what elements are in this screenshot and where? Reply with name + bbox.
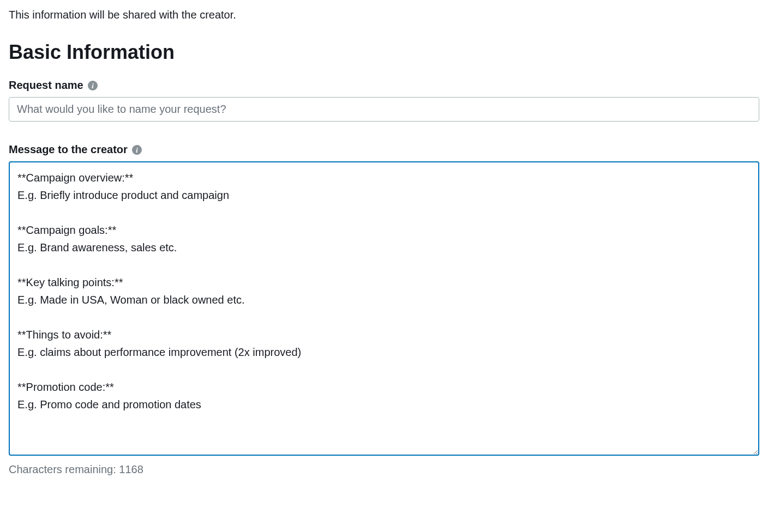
message-field: Message to the creator i Characters rema… — [9, 143, 759, 476]
char-count-prefix: Characters remaining: — [9, 463, 119, 475]
message-label-row: Message to the creator i — [9, 143, 759, 156]
char-count-value: 1168 — [119, 463, 143, 475]
svg-text:i: i — [92, 81, 94, 89]
message-textarea[interactable] — [9, 161, 759, 456]
request-name-field: Request name i — [9, 79, 759, 122]
request-name-label: Request name — [9, 79, 83, 92]
message-label: Message to the creator — [9, 143, 128, 156]
intro-text: This information will be shared with the… — [9, 9, 759, 21]
request-name-input[interactable] — [9, 97, 759, 122]
section-heading: Basic Information — [9, 41, 759, 64]
info-icon[interactable]: i — [88, 81, 98, 90]
char-count: Characters remaining: 1168 — [9, 463, 759, 476]
request-name-label-row: Request name i — [9, 79, 759, 92]
info-icon[interactable]: i — [132, 145, 142, 155]
svg-text:i: i — [136, 146, 138, 154]
